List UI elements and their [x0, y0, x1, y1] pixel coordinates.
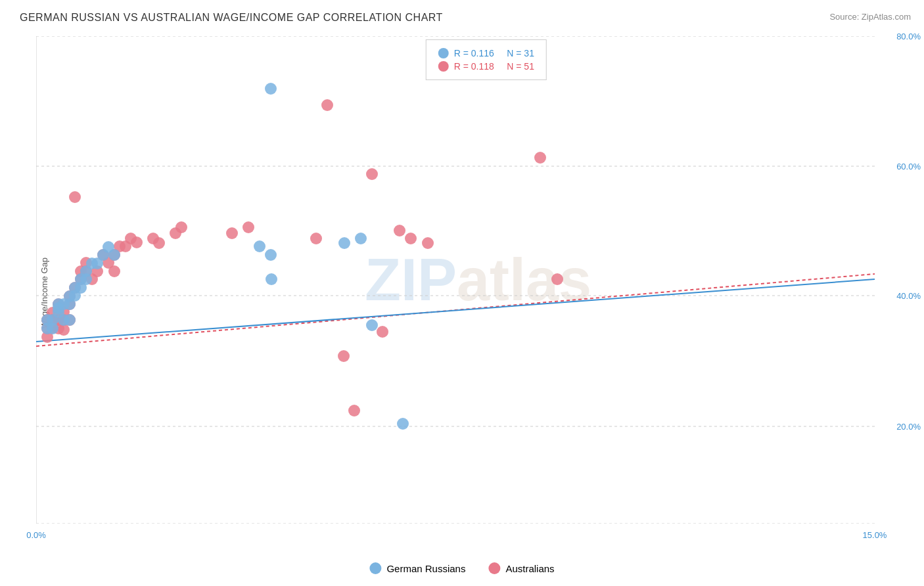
svg-point-85 — [397, 418, 409, 430]
svg-point-53 — [422, 237, 434, 249]
bottom-legend: German Russians Australians — [369, 562, 554, 574]
y-label-40: 40.0% — [896, 291, 921, 301]
bottom-legend-label-german-russian: German Russians — [386, 563, 465, 574]
svg-point-54 — [534, 152, 546, 164]
svg-point-80 — [265, 249, 277, 261]
svg-point-79 — [254, 240, 266, 252]
bottom-legend-dot-german-russian — [369, 562, 381, 574]
svg-point-81 — [338, 237, 350, 249]
svg-point-38 — [131, 237, 143, 248]
chart-title: GERMAN RUSSIAN VS AUSTRALIAN WAGE/INCOME… — [20, 12, 443, 24]
svg-point-82 — [355, 233, 367, 244]
bottom-legend-australian: Australians — [488, 562, 554, 574]
svg-point-52 — [405, 233, 417, 244]
y-label-80: 80.0% — [896, 32, 921, 41]
svg-point-24 — [69, 191, 81, 203]
svg-point-44 — [243, 221, 254, 233]
y-label-20: 20.0% — [896, 421, 921, 431]
svg-point-50 — [377, 326, 388, 338]
scatter-plot — [36, 36, 875, 524]
svg-point-59 — [47, 323, 58, 334]
svg-line-7 — [36, 279, 875, 342]
source-label: Source: ZipAtlas.com — [829, 12, 911, 22]
bottom-legend-label-australian: Australians — [505, 563, 554, 574]
svg-point-49 — [366, 168, 378, 180]
svg-point-84 — [366, 319, 378, 331]
bottom-legend-dot-australian — [488, 562, 500, 574]
x-label-0: 0.0% — [26, 530, 46, 540]
chart-container: GERMAN RUSSIAN VS AUSTRALIAN WAGE/INCOME… — [0, 0, 924, 586]
y-label-60: 60.0% — [896, 162, 921, 171]
svg-point-34 — [108, 265, 120, 277]
svg-point-73 — [80, 273, 92, 285]
svg-point-67 — [64, 314, 76, 326]
svg-point-51 — [394, 225, 405, 237]
svg-point-43 — [226, 227, 238, 239]
svg-point-78 — [108, 249, 120, 261]
x-label-15: 15.0% — [863, 530, 887, 540]
svg-point-83 — [266, 273, 277, 285]
svg-point-86 — [265, 83, 277, 95]
svg-point-48 — [348, 405, 360, 417]
svg-point-40 — [153, 237, 165, 249]
svg-point-42 — [175, 221, 187, 233]
svg-point-45 — [310, 233, 322, 244]
chart-area: ZIPatlas 80.0% 60.0% 40.0% 20.0% 0.0% 15… — [36, 36, 875, 524]
svg-point-47 — [338, 350, 350, 362]
bottom-legend-german-russian: German Russians — [369, 562, 465, 574]
svg-point-55 — [551, 273, 563, 285]
svg-point-46 — [321, 99, 333, 111]
